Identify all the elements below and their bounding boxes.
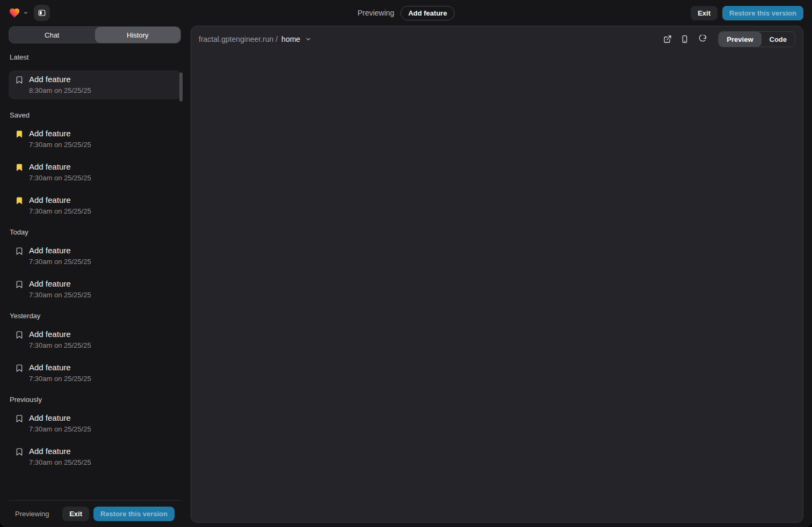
history-section: Yesterday Add feature 7:30am on 25/25/25…	[9, 312, 181, 384]
history-item-time: 7:30am on 25/25/25	[29, 290, 91, 300]
history-section: Today Add feature 7:30am on 25/25/25 Add…	[9, 228, 181, 300]
tab-preview[interactable]: Preview	[719, 32, 761, 47]
section-items: Add feature 7:30am on 25/25/25 Add featu…	[9, 128, 181, 216]
view-toggle-group: Preview Code	[718, 31, 795, 47]
chevron-down-icon	[23, 10, 28, 16]
history-item-time: 7:30am on 25/25/25	[29, 173, 91, 183]
history-item[interactable]: Add feature 7:30am on 25/25/25	[9, 245, 181, 267]
refresh-button[interactable]	[694, 32, 709, 47]
previewing-status-label: Previewing	[358, 9, 394, 17]
history-item-title: Add feature	[29, 362, 91, 373]
history-section: Previously Add feature 7:30am on 25/25/2…	[9, 396, 181, 467]
url-prefix-label: fractal.gptengineer.run /	[199, 35, 278, 43]
section-items: Add feature 7:30am on 25/25/25 Add featu…	[9, 413, 181, 467]
section-label: Yesterday	[9, 312, 181, 320]
bookmark-icon	[15, 196, 24, 205]
mobile-view-button[interactable]	[677, 32, 692, 47]
history-item[interactable]: Add feature 7:30am on 25/25/25	[9, 279, 181, 300]
history-item-title: Add feature	[29, 195, 91, 206]
history-list: Latest Add feature 8:30am on 25/25/25 Sa…	[9, 43, 181, 500]
history-item-title: Add feature	[29, 245, 91, 256]
app-window: Previewing Add feature Exit Restore this…	[0, 0, 812, 527]
chevron-down-icon	[305, 36, 311, 42]
history-item-time: 7:30am on 25/25/25	[29, 257, 91, 267]
top-header: Previewing Add feature Exit Restore this…	[0, 0, 812, 26]
history-item[interactable]: Add feature 7:30am on 25/25/25	[9, 413, 181, 434]
tab-code[interactable]: Code	[762, 32, 795, 47]
panel-left-icon	[38, 9, 46, 17]
bookmark-icon	[15, 448, 24, 456]
bookmark-icon	[15, 163, 24, 172]
history-item[interactable]: Add feature 7:30am on 25/25/25	[9, 128, 181, 150]
history-item[interactable]: Add feature 7:30am on 25/25/25	[9, 195, 181, 216]
section-label: Saved	[9, 111, 181, 120]
history-item-time: 7:30am on 25/25/25	[29, 458, 91, 467]
exit-button[interactable]: Exit	[691, 6, 717, 20]
history-item-title: Add feature	[29, 74, 91, 85]
version-badge: Add feature	[401, 6, 454, 20]
history-item-time: 7:30am on 25/25/25	[29, 424, 91, 434]
smartphone-icon	[680, 35, 689, 43]
sidebar-tab-group: Chat History	[9, 26, 181, 43]
history-item-title: Add feature	[29, 279, 91, 289]
history-item-title: Add feature	[29, 413, 91, 423]
history-item-title: Add feature	[29, 162, 91, 172]
history-item[interactable]: Add feature 7:30am on 25/25/25	[9, 446, 181, 467]
route-selector[interactable]: fractal.gptengineer.run / home	[199, 35, 311, 43]
section-label: Latest	[9, 53, 181, 62]
section-items: Add feature 7:30am on 25/25/25 Add featu…	[9, 245, 181, 300]
section-label: Today	[9, 228, 181, 237]
history-item-time: 7:30am on 25/25/25	[29, 140, 91, 150]
history-item-time: 7:30am on 25/25/25	[29, 207, 91, 216]
history-item[interactable]: Add feature 7:30am on 25/25/25	[9, 329, 181, 350]
section-items: Add feature 7:30am on 25/25/25 Add featu…	[9, 329, 181, 384]
section-items: Add feature 8:30am on 25/25/25	[9, 70, 181, 99]
sidebar: Chat History Latest Add feature 8:30am o…	[9, 26, 181, 527]
url-current-page-label: home	[281, 35, 300, 43]
tab-chat[interactable]: Chat	[9, 27, 95, 43]
history-item-title: Add feature	[29, 329, 91, 340]
bookmark-icon	[15, 280, 24, 289]
history-item[interactable]: Add feature 7:30am on 25/25/25	[9, 162, 181, 183]
history-item-title: Add feature	[29, 446, 91, 457]
restore-version-button[interactable]: Restore this version	[722, 6, 803, 20]
tab-history[interactable]: History	[95, 27, 181, 43]
preview-panel: fractal.gptengineer.run / home	[191, 26, 803, 523]
bookmark-icon	[15, 414, 24, 423]
bookmark-icon	[15, 130, 24, 138]
bookmark-icon	[15, 364, 24, 372]
workspace-menu[interactable]	[9, 7, 28, 19]
footer-restore-version-button[interactable]: Restore this version	[93, 507, 175, 521]
history-section: Latest Add feature 8:30am on 25/25/25	[9, 53, 181, 99]
history-item[interactable]: Add feature 8:30am on 25/25/25	[9, 70, 181, 99]
history-item[interactable]: Add feature 7:30am on 25/25/25	[9, 362, 181, 384]
sidebar-scrollbar-thumb[interactable]	[179, 72, 183, 101]
history-item-time: 8:30am on 25/25/25	[29, 86, 91, 96]
open-in-new-tab-button[interactable]	[660, 32, 675, 47]
preview-toolbar: fractal.gptengineer.run / home	[191, 26, 803, 52]
footer-exit-button[interactable]: Exit	[62, 507, 89, 521]
sidebar-footer: Previewing Exit Restore this version	[9, 500, 181, 527]
preview-viewport	[191, 52, 803, 522]
external-link-icon	[663, 35, 672, 43]
history-item-time: 7:30am on 25/25/25	[29, 374, 91, 384]
bookmark-icon	[15, 331, 24, 339]
sidebar-toggle-button[interactable]	[34, 5, 50, 21]
history-item-title: Add feature	[29, 128, 91, 139]
history-item-time: 7:30am on 25/25/25	[29, 341, 91, 350]
footer-previewing-label: Previewing	[15, 510, 49, 518]
bookmark-icon	[15, 247, 24, 255]
section-label: Previously	[9, 396, 181, 404]
history-section: Saved Add feature 7:30am on 25/25/25 Add…	[9, 111, 181, 216]
lovable-heart-icon	[9, 7, 20, 19]
bookmark-icon	[15, 76, 24, 84]
refresh-icon	[698, 35, 706, 43]
